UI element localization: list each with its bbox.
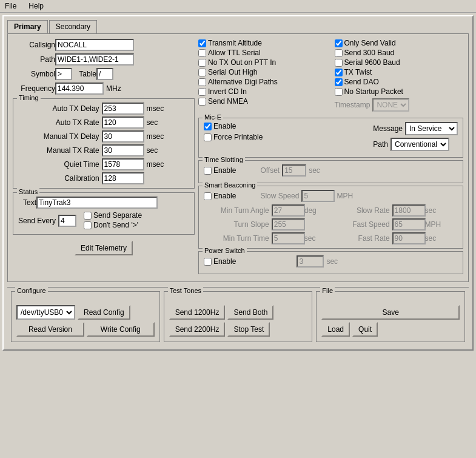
manual-tx-delay-input[interactable] <box>102 130 144 143</box>
invert-cd-checkbox[interactable] <box>198 88 206 96</box>
no-tx-out-checkbox[interactable] <box>198 59 206 67</box>
send-both-button[interactable]: Send Both <box>227 305 273 320</box>
mic-e-group: Mic-E Enable Force Printable <box>198 118 463 158</box>
turn-slope-input[interactable] <box>272 218 305 231</box>
timestamp-select[interactable]: NONE <box>372 98 409 112</box>
tab-primary[interactable]: Primary <box>7 20 48 33</box>
time-slotting-row: Enable Offset sec <box>204 164 458 177</box>
mic-e-force-printable-checkbox[interactable] <box>204 133 212 141</box>
time-slotting-enable-checkbox[interactable] <box>204 167 212 175</box>
allow-ttl-serial-label: Allow TTL Serial <box>208 49 261 57</box>
slow-speed-unit: MPH <box>337 192 353 200</box>
main-layout: Callsign Path Symbol Table Frequenc <box>13 39 463 277</box>
tx-twist-checkbox[interactable] <box>335 69 343 76</box>
send-every-input[interactable] <box>58 215 76 227</box>
no-startup-packet-checkbox[interactable] <box>335 88 343 96</box>
fast-rate-unit: sec <box>425 234 458 243</box>
path-input[interactable] <box>55 53 134 66</box>
configure-row1: /dev/ttyUSB0 /dev/ttyUSB1 /dev/ttyS0 Rea… <box>16 305 155 320</box>
slow-rate-unit: sec <box>425 206 458 215</box>
callsign-input[interactable] <box>55 39 134 51</box>
tab-secondary[interactable]: Secondary <box>49 20 97 33</box>
manual-tx-rate-input[interactable] <box>102 144 144 157</box>
smart-beaconing-enable-checkbox[interactable] <box>204 192 212 200</box>
frequency-input[interactable] <box>55 83 104 95</box>
frequency-label: Frequency <box>13 84 55 93</box>
read-config-button[interactable]: Read Config <box>78 305 130 320</box>
turn-slope-label: Turn Slope <box>204 220 269 229</box>
slow-rate-input[interactable] <box>392 204 426 217</box>
serial-9600-baud-checkbox[interactable] <box>335 59 343 67</box>
menu-help[interactable]: Help <box>26 1 46 11</box>
symbol-row: Symbol Table <box>13 68 195 80</box>
write-config-button[interactable]: Write Config <box>87 322 155 337</box>
serial-out-high-checkbox[interactable] <box>198 69 206 76</box>
send-nmea-checkbox[interactable] <box>198 98 206 106</box>
time-slotting-enable-label: Enable <box>213 166 236 175</box>
save-button[interactable]: Save <box>321 305 460 320</box>
dont-send-gt-checkbox[interactable] <box>84 221 92 229</box>
transmit-altitude-label: Transmit Altitude <box>208 39 262 47</box>
alt-digi-paths-checkbox[interactable] <box>198 78 206 86</box>
send-300-baud-label: Send 300 Baud <box>344 49 395 57</box>
send-dao-row: Send DAO <box>335 78 464 86</box>
status-text-input[interactable] <box>36 197 158 209</box>
send-300-baud-row: Send 300 Baud <box>335 49 464 57</box>
fast-rate-input[interactable] <box>392 232 426 244</box>
manual-tx-delay-label: Manual TX Delay <box>18 132 99 141</box>
send-1200hz-button[interactable]: Send 1200Hz <box>169 305 226 320</box>
fast-speed-unit: MPH <box>425 220 458 229</box>
calibration-input[interactable] <box>102 172 144 184</box>
mic-e-path-label: Path <box>373 140 388 149</box>
checkboxes-area: Transmit Altitude Allow TTL Serial No TX… <box>198 39 463 114</box>
min-turn-angle-unit: deg <box>304 206 334 215</box>
table-input[interactable] <box>96 68 113 80</box>
serial-9600-baud-row: Serial 9600 Baud <box>335 58 464 67</box>
time-slotting-title: Time Slotting <box>203 156 245 163</box>
auto-tx-delay-input[interactable] <box>102 103 144 115</box>
device-select[interactable]: /dev/ttyUSB0 /dev/ttyUSB1 /dev/ttyS0 <box>16 305 75 320</box>
power-switch-group: Power Switch Enable sec <box>198 251 463 274</box>
quiet-time-input[interactable] <box>102 158 144 170</box>
quiet-time-label: Quiet Time <box>18 160 99 169</box>
min-turn-angle-input[interactable] <box>272 204 305 217</box>
fast-rate-label: Fast Rate <box>336 234 390 243</box>
auto-tx-rate-input[interactable] <box>102 116 144 129</box>
mic-e-path-select[interactable]: Conventional Wide1-1 Wide2-2 <box>391 138 449 151</box>
menu-file[interactable]: File <box>2 1 19 11</box>
smart-beaconing-title: Smart Beaconing <box>203 181 257 189</box>
configure-title: Configure <box>15 287 48 294</box>
slow-speed-input[interactable] <box>301 190 335 202</box>
mic-e-enable-checkbox[interactable] <box>204 123 212 130</box>
serial-out-high-row: Serial Out High <box>198 68 327 76</box>
allow-ttl-serial-checkbox[interactable] <box>198 49 206 57</box>
power-switch-value-input[interactable] <box>297 255 324 268</box>
symbol-label: Symbol <box>13 70 55 78</box>
symbol-input[interactable] <box>55 68 72 80</box>
send-nmea-label: Send NMEA <box>208 97 248 106</box>
time-slotting-offset-unit: sec <box>309 166 320 175</box>
time-slotting-offset-input[interactable] <box>282 164 306 177</box>
send-dao-checkbox[interactable] <box>335 78 343 86</box>
edit-telemetry-button[interactable]: Edit Telemetry <box>75 241 133 255</box>
stop-test-button[interactable]: Stop Test <box>227 322 270 337</box>
only-send-valid-row: Only Send Valid <box>335 39 464 47</box>
power-switch-enable-checkbox[interactable] <box>204 258 212 266</box>
send-2200hz-button[interactable]: Send 2200Hz <box>169 322 226 337</box>
mic-e-right: Message In Service En Route In Range Ret… <box>373 122 458 153</box>
mic-e-message-select[interactable]: In Service En Route In Range Returning C… <box>405 122 458 135</box>
read-version-button[interactable]: Read Version <box>16 322 84 337</box>
transmit-altitude-checkbox[interactable] <box>198 39 206 47</box>
load-button[interactable]: Load <box>321 322 350 337</box>
configure-group: Configure /dev/ttyUSB0 /dev/ttyUSB1 /dev… <box>11 291 160 342</box>
fast-speed-input[interactable] <box>392 218 426 231</box>
min-turn-time-input[interactable] <box>272 232 305 244</box>
min-turn-time-unit: sec <box>304 234 334 243</box>
send-300-baud-checkbox[interactable] <box>335 49 343 57</box>
mic-e-message-label: Message <box>373 124 403 133</box>
send-separate-checkbox[interactable] <box>84 212 92 220</box>
configure-row2: Read Version Write Config <box>16 322 155 337</box>
only-send-valid-checkbox[interactable] <box>335 39 343 47</box>
smart-beaconing-enable-row: Enable Slow Speed MPH <box>204 190 458 202</box>
quit-button[interactable]: Quit <box>352 322 378 337</box>
